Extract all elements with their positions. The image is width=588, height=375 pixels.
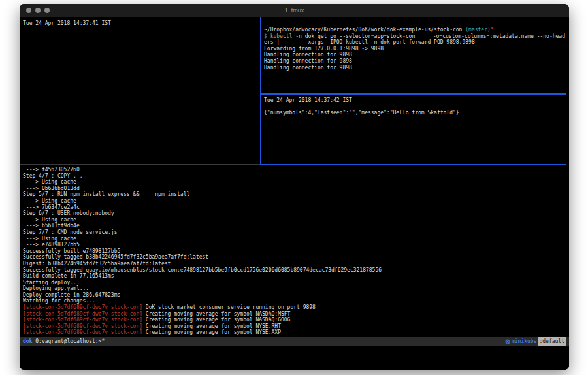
close-button-icon[interactable] [26, 8, 31, 13]
build-log-line: ---> 7b6347ce2a4c [23, 204, 566, 211]
build-log-line: ---> e74898127bb5 [23, 242, 566, 248]
pane-divider-horizontal-right[interactable] [261, 93, 566, 95]
pane-divider-horizontal-right-bottom[interactable] [260, 164, 566, 165]
log-message: Creating moving average for symbol NYSE:… [142, 323, 281, 329]
build-log-line: ---> Using cache [23, 198, 566, 204]
log-message: Creating moving average for symbol NASDA… [142, 317, 290, 323]
pod-prefix: [stock-con-5d7df689cf-dwc7v stock-con] [23, 329, 142, 335]
desktop-background: 1. tmux Tue 24 Apr 2018 14:37:41 IST NAM… [0, 0, 588, 375]
pod-prefix: [stock-con-5d7df689cf-dwc7v stock-con] [23, 317, 142, 323]
maximize-button-icon[interactable] [44, 8, 50, 13]
shell-path-line: ~/Dropbox/advocacy/Kubernetes/DoK/work/d… [264, 27, 565, 33]
build-log-line: Successfully tagged quay.io/mhausenblas/… [23, 267, 566, 274]
log-message: Creating moving average for symbol NYSE:… [142, 329, 281, 335]
table-row: svc/stock-conClusterIP10.109.186.46<none… [23, 90, 258, 96]
build-log-line: Successfully built e74898127bb5 [23, 248, 566, 255]
handling-lines: Handling connection for 9898Handling con… [264, 52, 565, 71]
services-rows: svc/stock-conClusterIP10.109.186.46<none… [23, 90, 258, 102]
pod-prefix: [stock-con-5d7df689cf-dwc7v stock-con] [23, 311, 142, 317]
command-args: -n dok get po --selector=app=stock-con [292, 33, 415, 39]
json-response-line: {"numsymbols":4,"lastseen":"","message":… [264, 110, 565, 116]
tmux-status-bar: dok 0:vagrant@localhost:~* minikube:defa… [20, 337, 569, 346]
build-log-line: ---> Using cache [23, 179, 566, 186]
build-log-line: Watching for changes... [23, 298, 566, 304]
build-log-line: Deploy complete in 286.647823ms [23, 292, 566, 299]
blank-line [23, 27, 258, 33]
command-name: kubectl [270, 33, 293, 39]
right-pane-timestamp: Tue 24 Apr 2018 14:37:42 IST [264, 97, 565, 104]
blank-line [23, 76, 258, 83]
kube-namespace: :default [538, 337, 566, 346]
git-branch: (master) [465, 27, 491, 33]
log-message: DoK stock market consumer service runnin… [142, 304, 316, 310]
table-row: deploy/stock-con111113s [23, 39, 258, 46]
container-log-line: [stock-con-5d7df689cf-dwc7v stock-con]Do… [23, 304, 566, 311]
kubernetes-wheel-icon [505, 339, 510, 344]
build-log-line: Step 4/7 : COPY . . [23, 173, 566, 180]
table-header-row: NAMETYPECLUSTER-IPEXTERNAL-IPPORT(S)AGE [23, 83, 258, 90]
window-title: 1. tmux [20, 4, 569, 17]
window-controls [26, 8, 50, 13]
git-dirty-flag: * [491, 27, 494, 33]
command-tail: -o=custom-columns=:metadata.name --no-he… [433, 33, 565, 40]
cwd-path: ~/Dropbox/advocacy/Kubernetes/DoK/work/d… [264, 27, 465, 33]
table-row: deploy/stock-gen111132s [23, 45, 258, 52]
command-wrap-line: ers | xargs -IPOD kubectl -n dok port-fo… [264, 39, 565, 46]
build-log-line: ---> f45623052760 [23, 167, 566, 173]
container-log-line: [stock-con-5d7df689cf-dwc7v stock-con]Cr… [23, 329, 566, 336]
table-row: po/stock-gen-576cc688bb-277hx1/1Running0… [23, 71, 258, 77]
build-log-line: Step 7/7 : CMD node service.js [23, 229, 566, 236]
build-log-line: ---> Using cache [23, 217, 566, 223]
pane-kubectl-watch[interactable]: Tue 24 Apr 2018 14:37:41 IST NAMEDESIRED… [23, 20, 258, 102]
pane-skaffold-log[interactable]: ---> f45623052760Step 4/7 : COPY . . ---… [23, 167, 566, 336]
pod-prefix: [stock-con-5d7df689cf-dwc7v stock-con] [23, 304, 142, 310]
table-row: svc/stock-genClusterIP10.100.35.71<none>… [23, 95, 258, 102]
status-right: minikube:default [505, 337, 566, 346]
pods-rows: po/stock-con-5d7df689cf-dwc7v1/1Running0… [23, 64, 258, 76]
pane-service-response[interactable]: Tue 24 Apr 2018 14:37:42 IST {"numsymbol… [264, 97, 565, 163]
table-header-row: NAMEDESIREDCURRENTUP-TO-DATEAVAILABLEAGE [23, 33, 258, 39]
build-log-line: Step 5/7 : RUN npm install express && np… [23, 191, 566, 198]
handling-line: Handling connection for 9898 [264, 52, 565, 58]
pane-divider-vertical[interactable] [260, 17, 261, 165]
tmux-terminal: Tue 24 Apr 2018 14:37:41 IST NAMEDESIRED… [20, 17, 569, 370]
pods-table: NAMEREADYSTATUSRESTARTSAGE po/stock-con-… [23, 58, 258, 77]
blank-line [264, 104, 565, 110]
build-log-line: ---> 0b636bd013dd [23, 186, 566, 192]
build-log-line: Deploying app.yaml... [23, 285, 566, 292]
build-log-lines: ---> f45623052760Step 4/7 : COPY . . ---… [23, 167, 566, 304]
window-titlebar[interactable]: 1. tmux [20, 4, 569, 17]
container-log-lines: [stock-con-5d7df689cf-dwc7v stock-con]Do… [23, 304, 566, 336]
pane-port-forward[interactable]: ~/Dropbox/advocacy/Kubernetes/DoK/work/d… [264, 27, 565, 92]
handling-line: Handling connection for 9898 [264, 58, 565, 65]
table-row: po/stock-con-5d7df689cf-dwc7v1/1Running0… [23, 64, 258, 71]
kube-context: minikube [512, 337, 537, 346]
container-log-line: [stock-con-5d7df689cf-dwc7v stock-con]Cr… [23, 317, 566, 323]
session-name[interactable]: dok [23, 338, 32, 344]
terminal-window: 1. tmux Tue 24 Apr 2018 14:37:41 IST NAM… [20, 4, 569, 370]
handling-line: Handling connection for 9898 [264, 65, 565, 71]
shell-command-line: $ kubectl -n dok get po --selector=app=s… [264, 33, 565, 40]
command-left: $ kubectl -n dok get po --selector=app=s… [264, 33, 415, 40]
status-left: dok 0:vagrant@localhost:~* [23, 337, 105, 346]
build-log-line: Digest: b38b42246945fd7f32c5ba9aea7af7fd… [23, 261, 566, 267]
build-log-line: Successfully tagged b38b42246945fd7f32c5… [23, 254, 566, 261]
pod-prefix: [stock-con-5d7df689cf-dwc7v stock-con] [23, 323, 142, 329]
minimize-button-icon[interactable] [35, 8, 41, 13]
forwarding-line: Forwarding from 127.0.0.1:9898 -> 9898 [264, 46, 565, 52]
table-header-row: NAMEREADYSTATUSRESTARTSAGE [23, 58, 258, 65]
deployments-rows: deploy/stock-con111113s deploy/stock-gen… [23, 39, 258, 52]
deployments-table: NAMEDESIREDCURRENTUP-TO-DATEAVAILABLEAGE… [23, 33, 258, 52]
container-log-line: [stock-con-5d7df689cf-dwc7v stock-con]Cr… [23, 311, 566, 318]
left-pane-timestamp: Tue 24 Apr 2018 14:37:41 IST [23, 20, 258, 27]
build-log-line: ---> 65611ff9db4e [23, 223, 566, 229]
build-log-line: Build complete in 77.165413ms [23, 273, 566, 280]
blank-line [23, 52, 258, 58]
window-name[interactable]: 0:vagrant@localhost:~* [35, 338, 105, 344]
build-log-line: Starting deploy... [23, 280, 566, 286]
pane-divider-horizontal-left[interactable] [20, 164, 260, 165]
build-log-line: Step 6/7 : USER nobody:nobody [23, 210, 566, 217]
log-message: Creating moving average for symbol NASDA… [142, 311, 290, 317]
prompt-symbol: $ [264, 33, 270, 39]
services-table: NAMETYPECLUSTER-IPEXTERNAL-IPPORT(S)AGE … [23, 83, 258, 102]
